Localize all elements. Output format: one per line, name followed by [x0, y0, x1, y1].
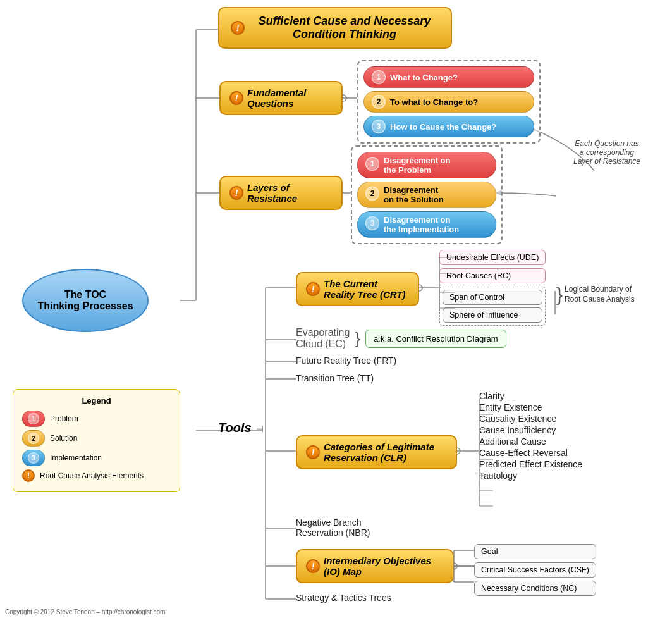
ec-brace: }	[355, 330, 360, 347]
lr-item-3-text: Disagreement on the Implementation	[384, 215, 459, 234]
legend-orange-num: 2	[28, 433, 39, 444]
legend-item-rca: ! Root Cause Analysis Elements	[22, 469, 171, 482]
tools-connector: ⊣	[256, 424, 264, 434]
legend-solution-text: Solution	[50, 434, 77, 443]
crt-boundary-group: Span of Control Sphere of Influence	[439, 287, 546, 326]
legend-red-num: 1	[28, 413, 39, 424]
fq-item-3-text: How to Cause the Change?	[390, 122, 496, 132]
nbr-text: Negative Branch Reservation (NBR)	[296, 517, 370, 538]
fq-excl-icon: !	[229, 91, 243, 105]
layers-box: ! Layers of Resistance	[219, 176, 343, 210]
lr-item-1: 1 Disagreement on the Problem	[357, 152, 496, 178]
clr-item-predicted: Predicted Effect Existence	[479, 459, 582, 469]
io-goal: Goal	[474, 544, 596, 559]
crt-ude-text: Undesirable Effects (UDE)	[446, 253, 539, 262]
fq-note: Each Question has a corresponding Layer …	[556, 139, 657, 166]
io-label: Intermediary Objectives (IO) Map	[324, 555, 431, 577]
frt-label: Future Reality Tree (FRT)	[296, 355, 396, 366]
logical-boundary: } Logical Boundary ofRoot Cause Analysis	[556, 285, 664, 304]
crt-ude: Undesirable Effects (UDE)	[439, 250, 546, 265]
title-box: ! Sufficient Cause and Necessary Conditi…	[218, 7, 452, 49]
legend-implementation-text: Implementation	[50, 454, 102, 462]
fq-label: Fundamental Questions	[247, 87, 306, 109]
clr-box: ! Categories of Legitimate Reservation (…	[296, 435, 457, 469]
clr-label: Categories of Legitimate Reservation (CL…	[324, 442, 434, 463]
ec-row: EvaporatingCloud (EC) } a.k.a. Conflict …	[296, 327, 506, 350]
legend-item-solution: 2 Solution	[22, 430, 171, 447]
fq-item-1: 1 What to Change?	[363, 66, 534, 88]
crt-rc-text: Root Causes (RC)	[446, 271, 511, 280]
title-text: Sufficient Cause and Necessary Condition…	[250, 15, 439, 41]
crt-sphere: Sphere of Influence	[443, 307, 542, 323]
lr-num-3: 3	[365, 216, 379, 230]
legend-excl-icon: !	[22, 469, 35, 482]
clr-item-tautology: Tautology	[479, 471, 582, 481]
fq-item-1-text: What to Change?	[390, 73, 458, 82]
clr-item-insufficiency: Cause Insufficiency	[479, 425, 582, 435]
title-exclamation-icon: !	[231, 21, 245, 35]
legend-item-implementation: 3 Implementation	[22, 450, 171, 466]
crt-items: Undesirable Effects (UDE) Root Causes (R…	[439, 250, 546, 326]
legend-blue-num: 3	[28, 452, 39, 464]
ec-label: EvaporatingCloud (EC)	[296, 327, 350, 350]
crt-span: Span of Control	[443, 290, 542, 305]
crt-label: The Current Reality Tree (CRT)	[324, 278, 406, 300]
clr-items: Clarity Entity Existence Causality Exist…	[479, 391, 582, 481]
tools-text: Tools	[218, 421, 252, 435]
fq-num-1: 1	[372, 70, 386, 84]
tt-text: Transition Tree (TT)	[296, 373, 374, 383]
copyright-text: Copyright © 2012 Steve Tendon – http://c…	[5, 609, 165, 615]
fq-dashed-box: 1 What to Change? 2 To what to Change to…	[357, 60, 541, 144]
clr-item-additional: Additional Cause	[479, 436, 582, 447]
lr-num-1: 1	[365, 157, 379, 171]
fq-note-text: Each Question has a corresponding Layer …	[573, 139, 640, 166]
lr-item-1-text: Disagreement on the Problem	[384, 156, 450, 175]
tools-label: Tools ⊣	[218, 421, 264, 435]
legend-item-problem: 1 Problem	[22, 411, 171, 427]
fq-item-2: 2 To what to Change to?	[363, 91, 534, 113]
ec-sub-box: a.k.a. Conflict Resolution Diagram	[365, 330, 506, 348]
legend: Legend 1 Problem 2 Solution 3 Implementa…	[13, 389, 180, 492]
tt-label: Transition Tree (TT)	[296, 373, 374, 383]
clr-item-clarity: Clarity	[479, 391, 582, 401]
io-items: Goal Critical Success Factors (CSF) Nece…	[474, 544, 596, 596]
lr-item-2: 2 Disagreement on the Solution	[357, 182, 496, 208]
crt-box: ! The Current Reality Tree (CRT)	[296, 272, 419, 306]
toc-ellipse: The TOC Thinking Processes	[22, 269, 149, 332]
copyright: Copyright © 2012 Steve Tendon – http://c…	[5, 609, 165, 615]
fq-item-2-text: To what to Change to?	[390, 97, 478, 107]
nbr-label: Negative Branch Reservation (NBR)	[296, 517, 370, 538]
toc-label: The TOC Thinking Processes	[37, 289, 133, 312]
ec-sub-text: a.k.a. Conflict Resolution Diagram	[374, 334, 498, 343]
lr-num-2: 2	[365, 187, 379, 201]
st-label: Strategy & Tactics Trees	[296, 593, 391, 603]
crt-span-text: Span of Control	[449, 293, 504, 302]
fq-item-3: 3 How to Cause the Change?	[363, 116, 534, 137]
lr-item-3: 3 Disagreement on the Implementation	[357, 211, 496, 238]
clr-item-reversal: Cause-Effect Reversal	[479, 448, 582, 458]
crt-excl-icon: !	[306, 282, 320, 296]
io-csf: Critical Success Factors (CSF)	[474, 562, 596, 578]
legend-rca-text: Root Cause Analysis Elements	[40, 471, 144, 480]
io-nc: Necessary Conditions (NC)	[474, 581, 596, 596]
legend-title: Legend	[22, 396, 171, 405]
io-box: ! Intermediary Objectives (IO) Map	[296, 549, 454, 583]
clr-item-entity: Entity Existence	[479, 402, 582, 412]
clr-excl-icon: !	[306, 445, 320, 459]
legend-problem-text: Problem	[50, 414, 78, 423]
fq-num-2: 2	[372, 95, 386, 109]
fq-num-3: 3	[372, 120, 386, 133]
lr-excl-icon: !	[229, 186, 243, 200]
lr-label: Layers of Resistance	[247, 182, 297, 204]
fundamental-questions-box: ! Fundamental Questions	[219, 81, 343, 115]
crt-sphere-text: Sphere of Influence	[449, 311, 518, 319]
clr-item-causality: Causality Existence	[479, 414, 582, 424]
io-excl-icon: !	[306, 559, 320, 573]
crt-rc: Root Causes (RC)	[439, 268, 546, 283]
boundary-brace: }	[556, 285, 563, 304]
lr-item-2-text: Disagreement on the Solution	[384, 185, 444, 204]
st-text: Strategy & Tactics Trees	[296, 593, 391, 603]
boundary-label-text: Logical Boundary ofRoot Cause Analysis	[565, 285, 635, 304]
frt-text: Future Reality Tree (FRT)	[296, 355, 396, 366]
lr-dashed-box: 1 Disagreement on the Problem 2 Disagree…	[351, 145, 503, 244]
